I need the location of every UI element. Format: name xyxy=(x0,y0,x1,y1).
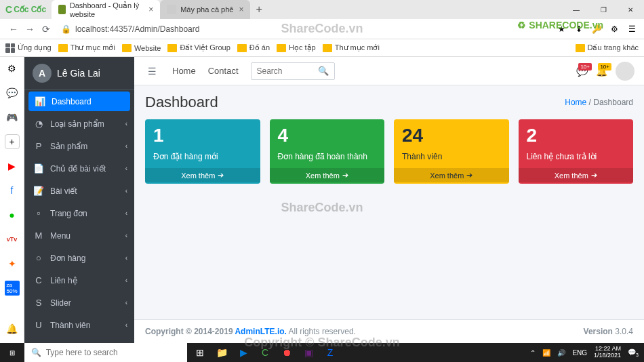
stat-more-link[interactable]: Xem thêm ➔ xyxy=(270,168,385,182)
main-content: ☰ Home Contact 🔍 💬10+ 🔔10+ Dashboard Hom… xyxy=(134,57,644,343)
sidebar-item-product-type[interactable]: ◔ Loại sản phẩm ‹ xyxy=(24,113,134,135)
sidebar-item-product[interactable]: P Sản phẩm ‹ xyxy=(24,135,134,157)
sidebar-item-contact[interactable]: C Liên hệ ‹ xyxy=(24,269,134,291)
page-icon: ▫ xyxy=(33,208,45,218)
address-bar-row: ← → ⟳ 🔒 localhost:44357/Admin/Dashboard … xyxy=(0,19,644,39)
youtube-icon[interactable]: ▶ xyxy=(5,159,20,174)
app-icon[interactable]: za50% xyxy=(5,281,20,296)
chevron-left-icon: ‹ xyxy=(125,187,127,195)
volume-icon[interactable]: 🔊 xyxy=(557,349,565,357)
file-alt-icon: 📄 xyxy=(33,163,45,174)
sidebar-item-dashboard[interactable]: 📊 Dashboard xyxy=(28,92,130,111)
search-icon[interactable]: 🔍 xyxy=(318,66,329,76)
visual-studio-icon[interactable]: ▣ xyxy=(298,343,319,362)
bookmark-folder[interactable]: Đất Việt Group xyxy=(167,43,230,52)
chevron-left-icon: ‹ xyxy=(125,120,127,127)
language-indicator[interactable]: ENG xyxy=(572,349,587,357)
window-minimize[interactable]: — xyxy=(563,0,590,19)
url-text: localhost:44357/Admin/Dashboard xyxy=(75,24,199,34)
search-input[interactable] xyxy=(257,66,318,76)
bookmark-folder[interactable]: Thư mục mới xyxy=(323,43,380,52)
browser-logo: Cốc Cốc xyxy=(0,4,52,15)
notification-bell-icon[interactable]: 🔔 xyxy=(5,321,20,336)
start-button[interactable]: ⊞ xyxy=(0,343,24,362)
spinner-icon: ◔ xyxy=(33,119,45,129)
bookmark-folder[interactable]: Thư mục mới xyxy=(58,43,115,52)
wifi-icon[interactable]: 📶 xyxy=(542,349,550,357)
sidebar-item-slider[interactable]: S Slider ‹ xyxy=(24,291,134,314)
stat-value: 24 xyxy=(402,126,501,145)
stat-value: 4 xyxy=(278,126,377,145)
extension-icon[interactable]: ⚙ xyxy=(607,22,621,36)
stat-card-completed-orders: 4 Đơn hàng đã hoàn thành Xem thêm ➔ xyxy=(270,119,385,184)
sliders-icon: S xyxy=(33,298,45,308)
messages-icon[interactable]: 💬10+ xyxy=(576,66,588,77)
sidebar-item-menu[interactable]: M Menu ‹ xyxy=(24,224,134,247)
lock-icon: 🔒 xyxy=(61,24,71,34)
stats-cards-row: 1 Đơn đặt hàng mới Xem thêm ➔ 4 Đơn hàng… xyxy=(134,119,644,184)
notifications-icon[interactable]: 🔔10+ xyxy=(596,66,607,77)
game-icon[interactable]: 🎮 xyxy=(5,110,20,125)
breadcrumb-home[interactable]: Home xyxy=(565,98,586,107)
action-center-icon[interactable]: 💬3 xyxy=(628,348,639,357)
extension-icon[interactable]: ☰ xyxy=(625,22,639,36)
movies-icon[interactable]: ▶ xyxy=(233,343,254,362)
bookmark-folder[interactable]: Đồ án xyxy=(237,43,270,52)
nav-link-contact[interactable]: Contact xyxy=(208,66,239,76)
stat-card-new-orders: 1 Đơn đặt hàng mới Xem thêm ➔ xyxy=(145,119,260,184)
tab-favicon xyxy=(167,5,176,14)
stat-more-link[interactable]: Xem thêm ➔ xyxy=(519,168,634,182)
bookmark-folder[interactable]: Website xyxy=(122,44,161,52)
footer-brand-link[interactable]: AdminLTE.io. xyxy=(235,327,286,336)
chevron-left-icon: ‹ xyxy=(125,321,127,329)
bookmark-folder[interactable]: Học tập xyxy=(277,43,316,52)
reload-button[interactable]: ⟳ xyxy=(38,21,54,37)
sidebar-item-single-page[interactable]: ▫ Trang đơn ‹ xyxy=(24,202,134,224)
tray-chevron-icon[interactable]: ⌃ xyxy=(530,349,536,357)
system-clock[interactable]: 12:22 AM 1/18/2021 xyxy=(594,346,621,359)
plus-button[interactable]: + xyxy=(5,134,20,149)
vtv-icon[interactable]: vTv xyxy=(5,232,20,247)
nav-link-home[interactable]: Home xyxy=(172,66,196,76)
sidebar-item-post[interactable]: 📝 Bài viết ‹ xyxy=(24,180,134,202)
tab-close-icon[interactable]: × xyxy=(148,5,153,14)
bookmarks-bar: Ứng dụng Thư mục mới Website Đất Việt Gr… xyxy=(0,39,644,57)
back-button[interactable]: ← xyxy=(5,21,22,37)
facebook-icon[interactable]: f xyxy=(5,183,20,198)
window-close[interactable]: ✕ xyxy=(617,0,644,19)
sidebar-toggle-icon[interactable]: ☰ xyxy=(144,63,160,79)
tab-close-icon[interactable]: × xyxy=(239,5,243,14)
search-box[interactable]: 🔍 xyxy=(251,62,335,80)
sidebar-item-post-topic[interactable]: 📄 Chủ đề bài viết ‹ xyxy=(24,157,134,180)
browser-tab-active[interactable]: Dashboard - Quản lý website × xyxy=(52,0,160,19)
file-explorer-icon[interactable]: 📁 xyxy=(212,343,232,362)
windows-taskbar: ⊞ 🔍 Type here to search ⊞ 📁 ▶ C ⏺ ▣ Z ⌃ … xyxy=(0,343,644,362)
new-tab-button[interactable]: + xyxy=(250,3,267,16)
stat-more-link[interactable]: Xem thêm ➔ xyxy=(394,168,509,182)
apps-button[interactable]: Ứng dụng xyxy=(5,43,52,53)
window-maximize[interactable]: ❐ xyxy=(590,0,617,19)
os-gear-icon[interactable]: ⚙ xyxy=(5,61,20,76)
line-icon[interactable]: ● xyxy=(5,207,20,222)
browser-tab-inactive[interactable]: Máy pha cà phê × xyxy=(160,0,250,19)
zalo-icon[interactable]: Z xyxy=(320,343,340,362)
sharecode-banner: ♻ SHARECODE.vn xyxy=(517,20,603,31)
app-icon[interactable]: ✦ xyxy=(5,256,20,271)
top-navbar: ☰ Home Contact 🔍 💬10+ 🔔10+ xyxy=(134,57,644,85)
taskbar-search[interactable]: 🔍 Type here to search xyxy=(24,343,187,362)
arrow-circle-icon: ➔ xyxy=(218,171,224,180)
coccoc-taskbar-icon[interactable]: C xyxy=(255,343,275,362)
forward-button[interactable]: → xyxy=(22,21,38,37)
sidebar-item-member[interactable]: U Thành viên ‹ xyxy=(24,314,134,336)
stat-more-link[interactable]: Xem thêm ➔ xyxy=(145,168,260,182)
other-bookmarks[interactable]: Dấu trang khác xyxy=(576,43,639,52)
user-avatar[interactable] xyxy=(616,62,635,81)
sidebar-brand[interactable]: A Lê Gia Lai xyxy=(24,57,134,90)
task-view-icon[interactable]: ⊞ xyxy=(190,343,210,362)
sidebar-item-order[interactable]: ○ Đơn hàng ‹ xyxy=(24,247,134,269)
content-header: Dashboard Home / Dashboard xyxy=(134,85,644,119)
record-icon[interactable]: ⏺ xyxy=(277,343,297,362)
messenger-icon[interactable]: 💬 xyxy=(5,85,20,100)
stat-label: Liên hệ chưa trả lời xyxy=(527,152,626,161)
user-icon: U xyxy=(33,320,45,330)
